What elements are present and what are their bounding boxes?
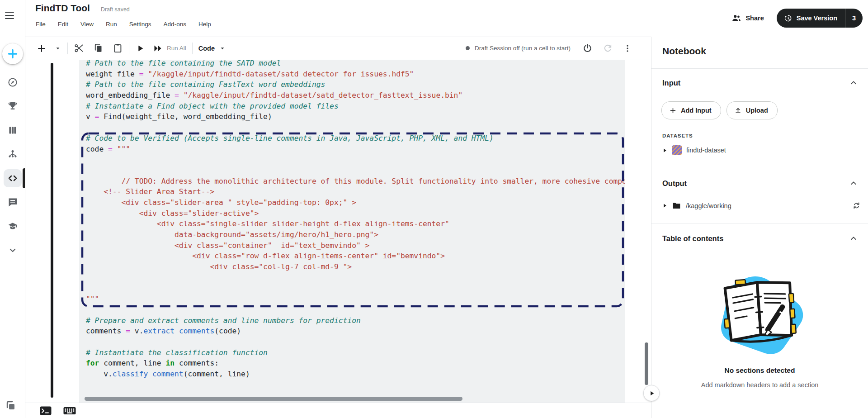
share-button[interactable]: Share <box>731 13 764 23</box>
input-section-header[interactable]: Input <box>662 78 858 87</box>
chevron-up-icon[interactable] <box>849 234 858 243</box>
add-input-button[interactable]: Add Input <box>661 101 721 119</box>
editor-left-scrollbar[interactable] <box>51 63 53 398</box>
toc-section-header[interactable]: Table of contents <box>662 234 858 243</box>
keyboard-shortcuts-button[interactable] <box>63 406 76 415</box>
code-line[interactable] <box>86 154 625 165</box>
code-line[interactable]: """ <box>86 294 625 304</box>
menu-settings[interactable]: Settings <box>129 21 151 28</box>
code-line[interactable]: // TODO: Address the monolithic architec… <box>86 176 625 187</box>
code-line[interactable]: <!-- Slider Area Start--> <box>86 186 625 197</box>
code-line[interactable] <box>86 283 625 294</box>
code-line[interactable]: # Prepare and extract comments and line … <box>86 315 625 326</box>
code-cell[interactable]: # Path to the file containing the SATD m… <box>79 60 625 403</box>
code-line[interactable]: <div class="row d-flex align-items-cente… <box>86 251 625 261</box>
code-line[interactable]: data-background="assets/img/hero/h1_hero… <box>86 229 625 240</box>
kaggle-notebook-app: FindTD Tool Draft saved FileEditViewRunS… <box>0 0 868 418</box>
code-line[interactable]: # Path to the file containing the SATD m… <box>86 60 625 69</box>
code-line[interactable]: for comment, line in comments: <box>86 358 625 369</box>
code-line[interactable]: code = """ <box>86 144 625 155</box>
code-line[interactable]: word_embedding_file = "/kaggle/input/fin… <box>86 90 625 101</box>
share-people-icon <box>731 13 741 23</box>
add-cell-button[interactable] <box>36 43 47 54</box>
dataset-name[interactable]: findtd-dataset <box>686 147 726 154</box>
code-line[interactable]: # Instantiate the classification functio… <box>86 347 625 358</box>
cell-type-dropdown-icon[interactable] <box>219 45 226 52</box>
code-line[interactable]: # Code to be Verified (Accepts single-li… <box>86 133 625 144</box>
code-line[interactable]: comments = v.extract_comments(code) <box>86 326 625 337</box>
code-line[interactable]: <div class="container" id="text_bemvindo… <box>86 240 625 251</box>
version-count-badge[interactable]: 3 <box>845 9 863 28</box>
dataset-tree-row[interactable]: findtd-dataset <box>662 145 861 155</box>
sidebar-item-datasets[interactable] <box>4 121 22 139</box>
menu-add-ons[interactable]: Add-ons <box>164 21 186 28</box>
session-controls: Draft Session off (run a cell to start) <box>466 43 651 53</box>
kebab-menu-icon[interactable] <box>623 44 632 53</box>
save-version-button[interactable]: Save Version 3 <box>777 9 863 28</box>
sidebar-item-code[interactable] <box>4 169 22 187</box>
code-line[interactable] <box>86 272 625 283</box>
output-tree-row[interactable]: /kaggle/working <box>662 201 861 210</box>
sidebar-item-home[interactable] <box>4 73 22 91</box>
toolbar-divider <box>67 43 68 54</box>
view-active-events-button[interactable] <box>5 400 16 412</box>
output-section-header[interactable]: Output <box>662 179 858 188</box>
sidebar-item-competitions[interactable] <box>4 97 22 115</box>
page-title[interactable]: FindTD Tool <box>35 3 90 14</box>
sidebar-item-models[interactable] <box>4 145 22 163</box>
editor-bottom-bar <box>25 403 651 418</box>
code-line[interactable]: <div class="slider-active"> <box>86 208 625 219</box>
menu-edit[interactable]: Edit <box>58 21 68 28</box>
layers-icon <box>5 400 16 412</box>
run-all-icon[interactable] <box>152 43 163 54</box>
toolbar-divider <box>129 43 129 54</box>
code-line[interactable]: <div class="slider-area " style="padding… <box>86 197 625 208</box>
sync-icon[interactable] <box>852 201 861 210</box>
restart-session-button[interactable] <box>603 43 613 53</box>
code-line[interactable]: # Instantiate a Find object with the pro… <box>86 101 625 112</box>
menu-run[interactable]: Run <box>106 21 117 28</box>
create-button[interactable] <box>2 43 23 64</box>
code-line[interactable] <box>86 122 625 133</box>
code-line[interactable] <box>86 165 625 176</box>
add-cell-dropdown[interactable] <box>54 45 61 52</box>
sidebar-item-learn[interactable] <box>4 217 22 235</box>
code-line[interactable] <box>86 304 625 315</box>
hamburger-menu-icon[interactable] <box>5 12 14 19</box>
sidebar-item-more[interactable] <box>4 241 22 259</box>
run-cell-button[interactable] <box>135 43 145 53</box>
code-icon <box>7 173 18 184</box>
sidebar-item-discussions[interactable] <box>4 193 22 211</box>
cut-cell-button[interactable] <box>74 43 84 53</box>
code-line[interactable]: v.classify_comment(comment, line) <box>86 369 625 380</box>
copy-cell-button[interactable] <box>93 43 104 53</box>
notebook-editor: # Path to the file containing the SATD m… <box>25 60 651 403</box>
code-line[interactable]: # Path to the file containing FastText w… <box>86 79 625 90</box>
chevron-up-icon[interactable] <box>849 78 858 87</box>
caret-right-icon[interactable] <box>662 147 667 153</box>
vertical-scrollbar[interactable] <box>645 342 648 385</box>
history-clock-icon <box>784 14 793 23</box>
menu-help[interactable]: Help <box>198 21 211 28</box>
menu-file[interactable]: File <box>36 21 46 28</box>
empty-toc-title: No sections detected <box>651 366 868 375</box>
power-button[interactable] <box>582 43 593 53</box>
output-path[interactable]: /kaggle/working <box>686 202 848 209</box>
upload-button[interactable]: Upload <box>726 101 778 119</box>
cell-type-selector[interactable]: Code <box>198 45 215 52</box>
folder-icon <box>672 201 681 210</box>
run-all-label[interactable]: Run All <box>167 45 186 52</box>
code-line[interactable]: <div class="single-slider slider-height … <box>86 218 625 229</box>
code-line[interactable]: weight_file = "/kaggle/input/findtd-data… <box>86 69 625 80</box>
caret-right-icon[interactable] <box>662 203 667 209</box>
menu-view[interactable]: View <box>80 21 94 28</box>
save-version-main[interactable]: Save Version <box>777 14 845 23</box>
collapse-panel-button[interactable] <box>643 385 660 401</box>
horizontal-scrollbar[interactable] <box>85 397 462 401</box>
code-line[interactable] <box>86 337 625 347</box>
paste-cell-button[interactable] <box>113 43 123 53</box>
code-line[interactable]: <div class="col-lg-7 col-md-9 "> <box>86 261 625 272</box>
code-line[interactable]: v = Find(weight_file, word_embedding_fil… <box>86 111 625 122</box>
chevron-up-icon[interactable] <box>849 179 858 188</box>
console-button[interactable] <box>40 406 52 415</box>
